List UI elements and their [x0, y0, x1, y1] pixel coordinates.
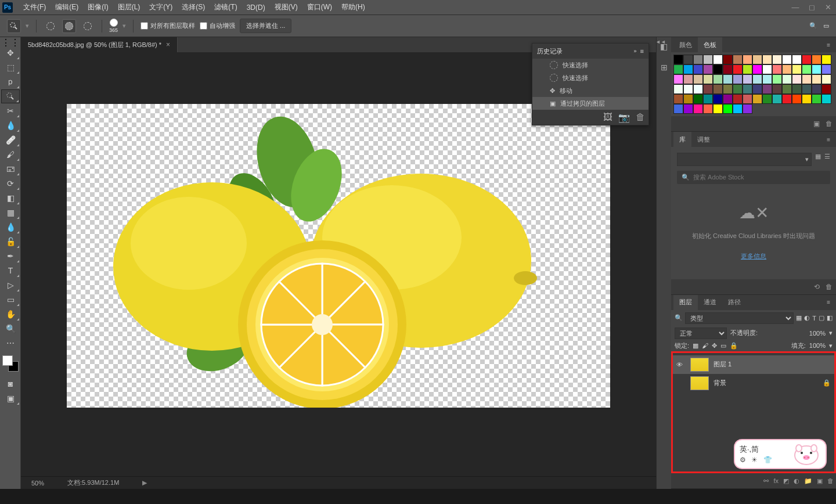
swatch[interactable]: [693, 74, 703, 84]
filter-smart-icon[interactable]: ◧: [827, 314, 833, 322]
swatch[interactable]: [713, 84, 723, 94]
history-item[interactable]: 快速选择: [532, 59, 648, 71]
swatch[interactable]: [683, 64, 693, 74]
swatch[interactable]: [812, 74, 821, 84]
swatch[interactable]: [752, 84, 762, 94]
auto-enhance-checkbox[interactable]: 自动增强: [200, 21, 235, 30]
swatch[interactable]: [723, 84, 733, 94]
swatch[interactable]: [772, 94, 782, 104]
layer-item[interactable]: 背景 🔒: [673, 374, 834, 393]
hand-tool[interactable]: ✋: [1, 307, 20, 321]
swatch[interactable]: [762, 94, 772, 104]
history-brush-tool[interactable]: ⟳: [1, 177, 20, 190]
swatch[interactable]: [821, 84, 831, 94]
menu-filter[interactable]: 滤镜(T): [210, 2, 242, 12]
swatch[interactable]: [683, 94, 693, 104]
swatch[interactable]: [743, 74, 752, 84]
layer-mask-icon[interactable]: ◩: [783, 477, 789, 485]
swatch[interactable]: [782, 94, 792, 104]
swatch[interactable]: [693, 55, 703, 64]
swatch[interactable]: [802, 94, 812, 104]
list-view-icon[interactable]: ☰: [824, 153, 830, 166]
swatch[interactable]: [743, 55, 752, 64]
swatch[interactable]: [703, 74, 713, 84]
swatch[interactable]: [683, 84, 693, 94]
quick-mask-icon[interactable]: ◙: [1, 377, 20, 391]
swatch[interactable]: [733, 74, 743, 84]
screen-mode-icon[interactable]: ▣: [1, 391, 20, 405]
swatch[interactable]: [673, 104, 683, 114]
history-item[interactable]: 快速选择: [532, 71, 648, 84]
status-arrow-icon[interactable]: ▶: [142, 479, 147, 487]
tab-swatches[interactable]: 色板: [698, 37, 722, 52]
swatch[interactable]: [782, 64, 792, 74]
swatch[interactable]: [713, 55, 723, 64]
tab-close-icon[interactable]: ×: [166, 41, 170, 49]
swatch[interactable]: [703, 104, 713, 114]
swatch[interactable]: [703, 64, 713, 74]
swatch[interactable]: [733, 55, 743, 64]
link-icon[interactable]: ⟲: [814, 283, 820, 291]
collapse-icon[interactable]: »: [634, 48, 637, 54]
eyedropper-tool[interactable]: 💧: [1, 118, 20, 132]
marquee-tool[interactable]: ⬚: [1, 60, 20, 74]
crop-tool[interactable]: ✂: [1, 104, 20, 118]
mini-icon-2[interactable]: ⊞: [658, 62, 670, 73]
swatch[interactable]: [733, 104, 743, 114]
swatch[interactable]: [812, 55, 821, 64]
swatch[interactable]: [743, 94, 752, 104]
opacity-value[interactable]: 100%: [809, 330, 826, 337]
group-icon[interactable]: 📁: [804, 477, 812, 485]
pen-tool[interactable]: ✒: [1, 249, 20, 263]
rectangle-tool[interactable]: ▭: [1, 293, 20, 307]
type-tool[interactable]: T: [1, 264, 20, 278]
brush-preview-icon[interactable]: [110, 19, 118, 27]
zoom-tool[interactable]: 🔍: [1, 322, 20, 336]
swatch[interactable]: [693, 84, 703, 94]
layer-item[interactable]: 👁 图层 1: [673, 355, 834, 374]
swatch[interactable]: [772, 84, 782, 94]
history-item[interactable]: ▣通过拷贝的图层: [532, 97, 648, 110]
delete-icon[interactable]: 🗑: [826, 283, 833, 291]
toolbar-handle-icon[interactable]: ⋮⋮: [0, 39, 20, 45]
quick-selection-tool[interactable]: [1, 89, 20, 103]
edit-toolbar-icon[interactable]: ⋯: [1, 336, 20, 350]
swatch[interactable]: [792, 74, 802, 84]
gradient-tool[interactable]: ▦: [1, 206, 20, 219]
foreground-background-colors[interactable]: [2, 355, 19, 372]
layer-style-icon[interactable]: fx: [773, 477, 779, 484]
swatch[interactable]: [812, 94, 821, 104]
snapshot-icon[interactable]: 📷: [618, 112, 630, 123]
menu-select[interactable]: 选择(S): [177, 2, 210, 12]
tab-libraries[interactable]: 库: [673, 132, 691, 147]
swatch[interactable]: [752, 94, 762, 104]
swatch[interactable]: [673, 55, 683, 64]
swatch[interactable]: [693, 64, 703, 74]
swatch[interactable]: [673, 84, 683, 94]
layer-name[interactable]: 图层 1: [714, 360, 732, 369]
swatch[interactable]: [703, 55, 713, 64]
lock-all-icon[interactable]: 🔒: [730, 342, 738, 350]
tab-color[interactable]: 颜色: [673, 37, 698, 52]
swatch[interactable]: [762, 84, 772, 94]
swatch[interactable]: [782, 84, 792, 94]
search-icon[interactable]: 🔍: [809, 22, 817, 30]
menu-edit[interactable]: 编辑(E): [51, 2, 83, 12]
select-and-mask-button[interactable]: 选择并遮住 ...: [240, 19, 291, 33]
eraser-tool[interactable]: ◧: [1, 191, 20, 205]
swatch[interactable]: [723, 94, 733, 104]
new-swatch-icon[interactable]: ▣: [813, 120, 820, 128]
swatch[interactable]: [693, 104, 703, 114]
new-selection-icon[interactable]: [44, 19, 57, 33]
menu-3d[interactable]: 3D(D): [242, 3, 270, 12]
menu-help[interactable]: 帮助(H): [337, 2, 370, 12]
tab-layers[interactable]: 图层: [673, 295, 698, 310]
tab-paths[interactable]: 路径: [722, 295, 747, 310]
swatch[interactable]: [683, 104, 693, 114]
swatch[interactable]: [821, 64, 831, 74]
swatch[interactable]: [782, 55, 792, 64]
swatch[interactable]: [802, 64, 812, 74]
swatch[interactable]: [673, 94, 683, 104]
healing-brush-tool[interactable]: 🩹: [1, 133, 20, 147]
swatch[interactable]: [713, 94, 723, 104]
